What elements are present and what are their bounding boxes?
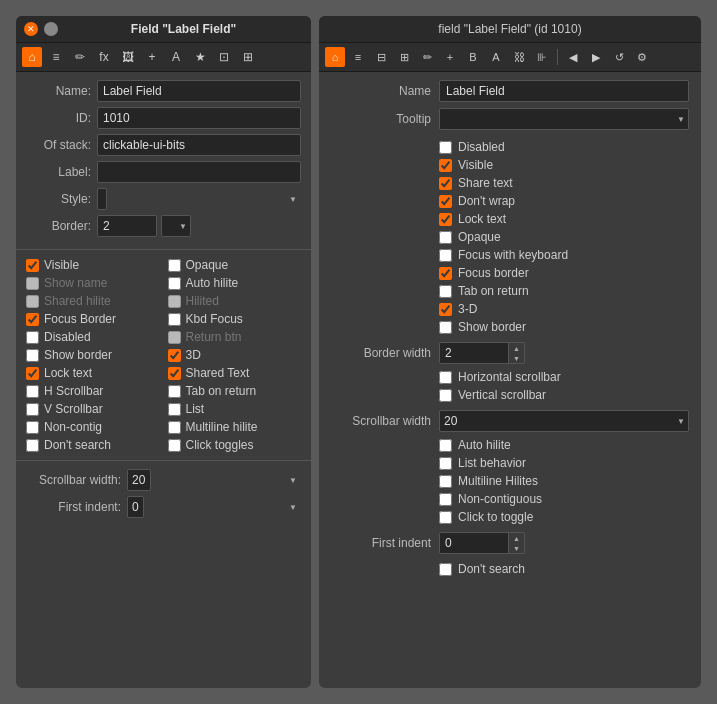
clicktoggles-label[interactable]: Click toggles [186, 438, 254, 452]
sharedtext-checkbox[interactable] [168, 367, 181, 380]
locktext-label[interactable]: Lock text [44, 366, 92, 380]
home-icon[interactable]: ⌂ [22, 47, 42, 67]
opaque-label[interactable]: Opaque [186, 258, 229, 272]
r-gear-icon[interactable]: ⚙ [632, 47, 652, 67]
opaque-checkbox[interactable] [168, 259, 181, 272]
r-opaque-checkbox[interactable] [439, 231, 452, 244]
vscroll-label[interactable]: V Scrollbar [44, 402, 103, 416]
r-locktext-checkbox[interactable] [439, 213, 452, 226]
3d-label[interactable]: 3D [186, 348, 201, 362]
r-focuskeyboard-label[interactable]: Focus with keyboard [458, 248, 568, 262]
r-dontsearch-checkbox[interactable] [439, 563, 452, 576]
noncontig-checkbox[interactable] [26, 421, 39, 434]
list-checkbox[interactable] [168, 403, 181, 416]
tabreturn-label[interactable]: Tab on return [186, 384, 257, 398]
showborder-checkbox[interactable] [26, 349, 39, 362]
r-opaque-label[interactable]: Opaque [458, 230, 501, 244]
label-input[interactable] [97, 161, 301, 183]
r-disabled-label[interactable]: Disabled [458, 140, 505, 154]
r-borderwidth-input[interactable] [439, 342, 509, 364]
r-table-icon[interactable]: ⊞ [394, 47, 414, 67]
r-list-icon[interactable]: ≡ [348, 47, 368, 67]
r-borderwidth-up[interactable]: ▲ [509, 343, 524, 353]
multihilite-checkbox[interactable] [168, 421, 181, 434]
r-link-icon[interactable]: ⛓ [509, 47, 529, 67]
r-showborder-label[interactable]: Show border [458, 320, 526, 334]
r-text-icon[interactable]: A [486, 47, 506, 67]
r-sharetext-label[interactable]: Share text [458, 176, 513, 190]
r-vscroll-label[interactable]: Vertical scrollbar [458, 388, 546, 402]
r-disabled-checkbox[interactable] [439, 141, 452, 154]
clicktoggles-checkbox[interactable] [168, 439, 181, 452]
r-tooltip-select[interactable] [439, 108, 689, 130]
name-input[interactable] [97, 80, 301, 102]
r-multihilites-checkbox[interactable] [439, 475, 452, 488]
multihilite-label[interactable]: Multiline hilite [186, 420, 258, 434]
r-showborder-checkbox[interactable] [439, 321, 452, 334]
tabreturn-checkbox[interactable] [168, 385, 181, 398]
r-dontsearch-label[interactable]: Don't search [458, 562, 525, 576]
r-locktext-label[interactable]: Lock text [458, 212, 506, 226]
r-visible-label[interactable]: Visible [458, 158, 493, 172]
close-button[interactable]: ✕ [24, 22, 38, 36]
plus-icon[interactable]: + [142, 47, 162, 67]
r-listbehavior-label[interactable]: List behavior [458, 456, 526, 470]
autohilite-label[interactable]: Auto hilite [186, 276, 239, 290]
list-label[interactable]: List [186, 402, 205, 416]
disabled-checkbox[interactable] [26, 331, 39, 344]
focusborder-checkbox[interactable] [26, 313, 39, 326]
r-sharetext-checkbox[interactable] [439, 177, 452, 190]
text-icon[interactable]: A [166, 47, 186, 67]
r-visible-checkbox[interactable] [439, 159, 452, 172]
hscroll-checkbox[interactable] [26, 385, 39, 398]
scrollbarwidth-select[interactable]: 20 [127, 469, 151, 491]
dontsearch-checkbox[interactable] [26, 439, 39, 452]
r-focuskeyboard-checkbox[interactable] [439, 249, 452, 262]
r-noncontiguous-label[interactable]: Non-contiguous [458, 492, 542, 506]
minimize-button[interactable] [44, 22, 58, 36]
r-vscroll-checkbox[interactable] [439, 389, 452, 402]
r-hscroll-checkbox[interactable] [439, 371, 452, 384]
crop-icon[interactable]: ⊡ [214, 47, 234, 67]
hscroll-label[interactable]: H Scrollbar [44, 384, 103, 398]
noncontig-label[interactable]: Non-contig [44, 420, 102, 434]
r-arrowleft-icon[interactable]: ◀ [563, 47, 583, 67]
r-tabreturn-checkbox[interactable] [439, 285, 452, 298]
grid-icon[interactable]: ⊞ [238, 47, 258, 67]
r-firstindent-input[interactable] [439, 532, 509, 554]
r-listbehavior-checkbox[interactable] [439, 457, 452, 470]
kbdfocus-checkbox[interactable] [168, 313, 181, 326]
image-icon[interactable]: 🖼 [118, 47, 138, 67]
r-focusborder-label[interactable]: Focus border [458, 266, 529, 280]
r-noncontiguous-checkbox[interactable] [439, 493, 452, 506]
3d-checkbox[interactable] [168, 349, 181, 362]
r-name-input[interactable] [439, 80, 689, 102]
locktext-checkbox[interactable] [26, 367, 39, 380]
r-firstindent-down[interactable]: ▼ [509, 543, 524, 553]
r-firstindent-up[interactable]: ▲ [509, 533, 524, 543]
r-3d-label[interactable]: 3-D [458, 302, 477, 316]
r-dontwrap-checkbox[interactable] [439, 195, 452, 208]
r-autohilite-checkbox[interactable] [439, 439, 452, 452]
vscroll-checkbox[interactable] [26, 403, 39, 416]
r-scrollbarwidth-select[interactable]: 20 [439, 410, 689, 432]
disabled-label[interactable]: Disabled [44, 330, 91, 344]
r-multihilites-label[interactable]: Multiline Hilites [458, 474, 538, 488]
showborder-label[interactable]: Show border [44, 348, 112, 362]
style-select[interactable] [97, 188, 107, 210]
layers-icon[interactable]: ≡ [46, 47, 66, 67]
star-icon[interactable]: ★ [190, 47, 210, 67]
r-bold-icon[interactable]: B [463, 47, 483, 67]
r-autohilite-label[interactable]: Auto hilite [458, 438, 511, 452]
stack-input[interactable] [97, 134, 301, 156]
dontsearch-label[interactable]: Don't search [44, 438, 111, 452]
script-icon[interactable]: fx [94, 47, 114, 67]
r-tabreturn-label[interactable]: Tab on return [458, 284, 529, 298]
sharedtext-label[interactable]: Shared Text [186, 366, 250, 380]
border-select[interactable] [161, 215, 191, 237]
r-grid-icon[interactable]: ⊟ [371, 47, 391, 67]
r-reload-icon[interactable]: ↺ [609, 47, 629, 67]
r-home-icon[interactable]: ⌂ [325, 47, 345, 67]
autohilite-checkbox[interactable] [168, 277, 181, 290]
focusborder-label[interactable]: Focus Border [44, 312, 116, 326]
